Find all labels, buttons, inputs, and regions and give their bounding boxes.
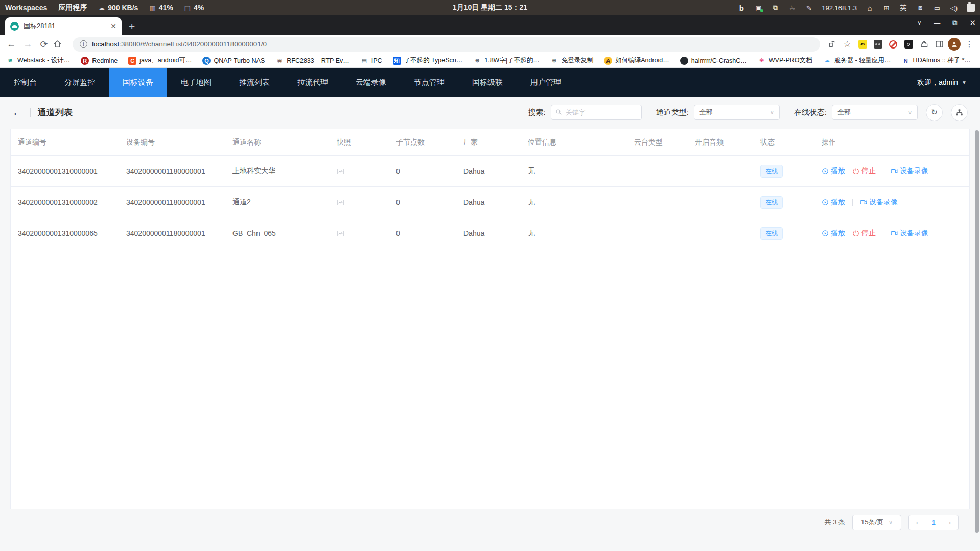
tree-view-button[interactable] (951, 104, 968, 121)
browser-tab[interactable]: 国标28181 ✕ (5, 17, 122, 35)
tab-search-icon[interactable]: ˅ (918, 19, 922, 27)
nav-item-云端录像[interactable]: 云端录像 (342, 68, 400, 97)
page-scrollbar[interactable] (975, 130, 979, 533)
system-clock[interactable]: 1月10日 星期二 15：21 (453, 3, 527, 12)
bookmark-item[interactable]: A如何编译Android… (604, 56, 669, 65)
reload-button[interactable]: ⟳ (37, 39, 51, 50)
adblock-glasses-extension-icon[interactable] (871, 40, 884, 49)
address-bar[interactable]: i localhost:38080/#/channelList/34020000… (73, 37, 820, 52)
browser-menu-icon[interactable]: ⋮ (963, 39, 976, 49)
play-action[interactable]: 播放 (822, 229, 845, 238)
bookmark-item[interactable]: NHDAtmos :: 种子 *… (902, 56, 971, 65)
caffeine-tray-icon[interactable]: ☕ (788, 4, 796, 12)
window-restore-icon[interactable]: ⧉ (952, 19, 957, 27)
bookmark-item[interactable]: QQNAP Turbo NAS (202, 57, 265, 65)
bookmark-item[interactable]: ▤IPC (360, 57, 382, 65)
volume-tray-icon[interactable]: ◁) (950, 4, 958, 12)
snapshot-cell[interactable] (337, 199, 396, 206)
current-page[interactable]: 1 (925, 519, 942, 526)
nav-item-推流列表[interactable]: 推流列表 (225, 68, 284, 97)
play-action[interactable]: 播放 (822, 198, 845, 207)
bookmark-item[interactable]: ❀WVP-PRO文档 (758, 56, 812, 65)
stop-action[interactable]: 停止 (852, 229, 876, 238)
bookmark-label: java、android可… (139, 56, 192, 65)
js-extension-icon[interactable]: JS (856, 40, 869, 49)
bookmark-item[interactable]: 知了不起的 TypeScri… (393, 56, 463, 65)
share-icon[interactable] (825, 40, 838, 48)
home-button[interactable] (53, 40, 67, 49)
ip-address-indicator[interactable]: 192.168.1.3 (822, 4, 857, 12)
bookmark-item[interactable]: RRedmine (81, 57, 118, 65)
next-page-button[interactable]: › (942, 519, 958, 526)
table-row: 3402000000131000000134020000001180000001… (11, 156, 969, 187)
camera-extension-icon[interactable] (902, 40, 915, 49)
applications-menu[interactable]: 应用程序 (58, 3, 87, 12)
nav-item-国标设备[interactable]: 国标设备 (109, 68, 167, 97)
nav-item-节点管理[interactable]: 节点管理 (400, 68, 458, 97)
device-id: 34020000001180000001 (126, 198, 232, 206)
back-button[interactable]: ← (4, 39, 18, 50)
channel-type-select[interactable]: 全部 ∨ (694, 105, 780, 120)
nav-item-分屏监控[interactable]: 分屏监控 (51, 68, 109, 97)
bookmark-item[interactable]: ☁服务器 - 轻量应用… (823, 56, 891, 65)
bookmark-item[interactable]: hairrrrr/C-CrashC… (680, 57, 747, 65)
windows-tray-icon[interactable]: ⊞ (882, 4, 891, 12)
nav-item-国标级联[interactable]: 国标级联 (458, 68, 517, 97)
colorpicker-tray-icon[interactable]: ✎ (805, 4, 813, 12)
page-size-select[interactable]: 15条/页 ∨ (852, 515, 901, 530)
window-close-icon[interactable]: ✕ (969, 18, 976, 28)
bookmark-favicon: Q (202, 57, 211, 65)
channel-id: 34020000001310000001 (18, 167, 126, 175)
online-status-select[interactable]: 全部 ∨ (832, 105, 918, 120)
input-method-indicator[interactable]: 英 (899, 3, 907, 12)
channel-id: 34020000001310000002 (18, 198, 126, 206)
nav-item-控制台[interactable]: 控制台 (0, 68, 51, 97)
vendor: Dahua (463, 198, 528, 206)
screenshot-tray-icon[interactable]: ▣ (754, 4, 762, 12)
actions-cell: 播放设备录像 (822, 198, 969, 207)
bookmark-item[interactable]: ⊕1.8W字|了不起的… (473, 56, 539, 65)
forward-button[interactable]: → (20, 39, 35, 50)
tab-close-icon[interactable]: ✕ (110, 22, 116, 30)
window-tray-icon[interactable]: ▭ (933, 4, 941, 12)
new-tab-button[interactable]: + (129, 21, 135, 32)
site-info-icon[interactable]: i (80, 40, 87, 48)
prev-page-button[interactable]: ‹ (909, 519, 925, 526)
bookmark-item[interactable]: Cjava、android可… (128, 56, 192, 65)
stop-action[interactable]: 停止 (852, 166, 876, 176)
bookmark-label: 服务器 - 轻量应用… (834, 56, 891, 65)
play-action[interactable]: 播放 (822, 166, 845, 176)
battery-icon[interactable] (967, 4, 975, 12)
workspaces-button[interactable]: Workspaces (5, 4, 47, 12)
snapshot-cell[interactable] (337, 230, 396, 237)
extensions-puzzle-icon[interactable] (917, 40, 930, 49)
column-header: 子节点数 (396, 138, 463, 147)
window-minimize-icon[interactable]: — (934, 19, 940, 27)
nav-item-拉流代理[interactable]: 拉流代理 (284, 68, 342, 97)
display-tray-icon[interactable]: ⧈ (916, 4, 924, 12)
clipboard-tray-icon[interactable]: ⧉ (771, 4, 779, 12)
bookmark-label: WVP-PRO文档 (769, 56, 812, 65)
bookmark-item[interactable]: ≋Webstack - 设计… (6, 56, 70, 65)
page-back-icon[interactable]: ← (12, 106, 23, 118)
side-panel-icon[interactable] (932, 40, 946, 49)
blocker-extension-icon[interactable] (886, 40, 900, 49)
device-record-action[interactable]: 设备录像 (891, 166, 928, 176)
nav-item-用户管理[interactable]: 用户管理 (517, 68, 575, 97)
browser-profile-avatar[interactable] (948, 38, 961, 51)
nav-item-电子地图[interactable]: 电子地图 (167, 68, 225, 97)
bookmark-star-icon[interactable]: ☆ (841, 39, 854, 50)
bookmark-item[interactable]: ⊕免登录复制 (550, 56, 594, 65)
actions-cell: 播放停止设备录像 (822, 166, 969, 176)
record-icon (860, 199, 867, 206)
bookmark-item[interactable]: ◉RFC2833 – RTP Ev… (275, 57, 349, 65)
device-record-action[interactable]: 设备录像 (860, 198, 898, 207)
bing-tray-icon[interactable]: b (737, 4, 745, 12)
user-welcome[interactable]: 欢迎，admin ▼ (917, 68, 980, 97)
home-tray-icon[interactable]: ⌂ (866, 4, 874, 12)
device-record-action[interactable]: 设备录像 (891, 229, 928, 238)
refresh-button[interactable]: ↻ (926, 104, 943, 121)
search-input[interactable] (551, 105, 642, 120)
snapshot-cell[interactable] (337, 167, 396, 175)
child-count: 0 (396, 229, 463, 237)
